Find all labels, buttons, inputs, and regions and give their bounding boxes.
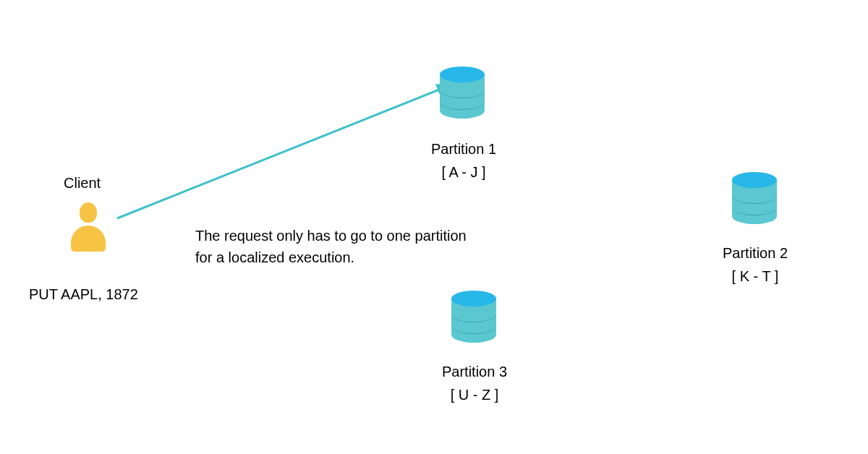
partition-2-db-icon [732,172,777,224]
partition-2-label: Partition 2 [ K - T ] [705,241,806,288]
client-icon [70,202,106,253]
partition-1-label: Partition 1 [ A - J ] [413,137,514,184]
partition-3-label: Partition 3 [ U - Z ] [424,360,525,406]
partition-1-title: Partition 1 [413,137,514,160]
partition-2-title: Partition 2 [705,241,806,265]
svg-line-0 [117,85,450,218]
partition-1-range: [ A - J ] [413,160,514,184]
client-label: Client [64,175,101,192]
partition-3-title: Partition 3 [424,360,525,383]
client-request-text: PUT AAPL, 1872 [29,286,138,303]
partition-2-range: [ K - T ] [705,265,806,288]
partition-1-db-icon [440,67,485,119]
partition-3-db-icon [451,291,496,343]
partition-3-range: [ U - Z ] [424,383,525,406]
diagram-description: The request only has to go to one partit… [195,225,470,268]
